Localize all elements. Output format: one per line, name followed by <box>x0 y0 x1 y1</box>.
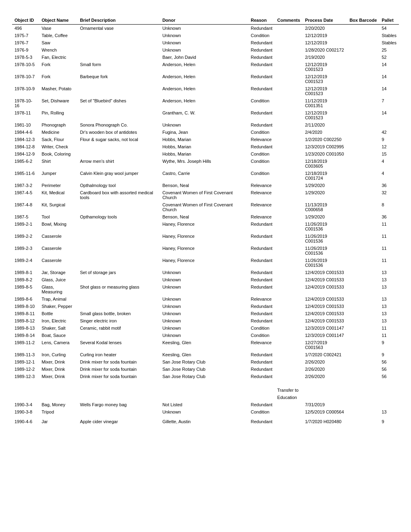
table-cell: 1989-8-6 <box>12 295 39 303</box>
table-cell: Mixer, Drink <box>39 358 77 366</box>
table-cell <box>275 276 303 283</box>
table-row: 1989-8-2Glass, JuiceUnknownRedundant12/4… <box>12 276 399 283</box>
table-cell <box>347 220 379 233</box>
table-cell: 7/31/2019 <box>303 401 347 408</box>
table-cell: Condition <box>248 32 275 39</box>
table-cell: 12/4/2019 C001533 <box>303 303 347 310</box>
table-cell: Casserole <box>39 233 77 245</box>
table-cell <box>347 136 379 143</box>
table-cell: 2/4/2020 <box>303 129 347 136</box>
table-cell: 12/4/2019 C001533 <box>303 295 347 303</box>
table-cell <box>275 283 303 295</box>
table-cell: Castro, Carrie <box>160 170 248 182</box>
table-cell: Hobbs, Marian <box>160 150 248 158</box>
table-cell: Redundant <box>248 317 275 324</box>
table-cell <box>275 158 303 170</box>
table-cell <box>275 46 303 54</box>
table-cell: Redundant <box>248 401 275 408</box>
table-cell <box>347 351 379 358</box>
table-cell: 1990-3-8 <box>12 408 39 416</box>
table-cell <box>347 182 379 189</box>
table-cell <box>275 332 303 339</box>
table-cell <box>347 158 379 170</box>
table-cell: 12/12/2019 C001523 <box>303 85 347 97</box>
table-cell: 1989-12-3 <box>12 373 39 380</box>
table-cell: 11/13/2019 C000658 <box>303 201 347 213</box>
table-cell: 1989-8-10 <box>12 303 39 310</box>
table-cell <box>275 257 303 269</box>
table-cell <box>275 295 303 303</box>
table-cell: Redundant <box>248 233 275 245</box>
table-row: 1987-5ToolOpthamology toolsBenson, NealR… <box>12 213 399 220</box>
table-cell: 2/26/2020 <box>303 358 347 366</box>
table-cell <box>347 295 379 303</box>
table-cell: 1/23/2020 C001050 <box>303 150 347 158</box>
table-cell: 2/26/2020 <box>303 373 347 380</box>
table-cell: Phonograph <box>39 121 77 129</box>
table-cell <box>275 317 303 324</box>
table-cell: 11 <box>379 233 399 245</box>
table-cell: Fan, Electric <box>39 54 77 61</box>
table-cell: Opthamology tools <box>77 213 160 220</box>
table-cell <box>347 339 379 351</box>
table-cell <box>347 97 379 109</box>
table-cell: San Jose Rotary Club <box>160 373 248 380</box>
table-cell: Unknown <box>160 269 248 276</box>
table-cell: Hobbs, Marian <box>160 136 248 143</box>
table-cell: San Jose Rotary Club <box>160 358 248 366</box>
table-cell: Redundant <box>248 358 275 366</box>
table-cell: Anderson, Helen <box>160 61 248 73</box>
table-cell: Anderson, Helen <box>160 97 248 109</box>
table-row: 1981-10PhonographSonora Phonograph Co.Un… <box>12 121 399 129</box>
table-cell: Condition <box>248 408 275 416</box>
table-row: 1989-2-4CasseroleHaney, FlorenceRedundan… <box>12 257 399 269</box>
table-cell <box>275 189 303 201</box>
table-cell: Redundant <box>248 121 275 129</box>
table-cell: Medicine <box>39 129 77 136</box>
table-cell <box>347 373 379 380</box>
table-cell: Keesling, Glen <box>160 351 248 358</box>
education-label-row: Education <box>12 394 399 401</box>
table-cell <box>347 358 379 366</box>
table-cell: 1987-5 <box>12 213 39 220</box>
table-cell: Redundant <box>248 54 275 61</box>
table-cell: 1989-2-1 <box>12 220 39 233</box>
table-cell: Curling iron heater <box>77 351 160 358</box>
table-cell: 4 <box>379 158 399 170</box>
table-cell <box>77 233 160 245</box>
table-cell: 12/3/2019 C001147 <box>303 332 347 339</box>
table-cell: 4 <box>379 170 399 182</box>
table-cell <box>275 220 303 233</box>
table-cell <box>347 324 379 332</box>
table-cell <box>347 25 379 32</box>
table-cell <box>77 85 160 97</box>
table-cell: 1989-8-2 <box>12 276 39 283</box>
table-cell: Redundant <box>248 269 275 276</box>
table-cell <box>347 366 379 373</box>
table-cell: Masher, Potato <box>39 85 77 97</box>
table-cell <box>275 129 303 136</box>
col-header-box-barcode: Box Barcode <box>347 16 379 25</box>
table-cell: 1985-6-2 <box>12 158 39 170</box>
table-cell: 12/4/2019 C001533 <box>303 276 347 283</box>
table-cell: Glass, Juice <box>39 276 77 283</box>
table-cell <box>347 129 379 136</box>
table-cell: 11 <box>379 324 399 332</box>
table-cell <box>275 61 303 73</box>
table-row: 1978-10-7ForkBarbeque forkAnderson, Hele… <box>12 73 399 85</box>
table-cell: 1989-2-4 <box>12 257 39 269</box>
table-row: 1987-4-8Kit, SurgicalCovenant Women of F… <box>12 201 399 213</box>
table-cell: 36 <box>379 182 399 189</box>
table-cell: Redundant <box>248 418 275 425</box>
table-cell: Mixer, Drink <box>39 366 77 373</box>
table-cell: 13 <box>379 295 399 303</box>
table-row: 1978-11Pin, RollingGrantham, C. W.Redund… <box>12 109 399 121</box>
table-cell: Jumper <box>39 170 77 182</box>
table-cell <box>275 136 303 143</box>
table-row: 1987-4-5Kit, MedicalCardboard box with a… <box>12 189 399 201</box>
table-cell <box>77 46 160 54</box>
col-header-reason: Reason <box>248 16 275 25</box>
table-cell: 12/12/2019 C001523 <box>303 109 347 121</box>
table-cell: Tripod <box>39 408 77 416</box>
table-cell <box>275 97 303 109</box>
